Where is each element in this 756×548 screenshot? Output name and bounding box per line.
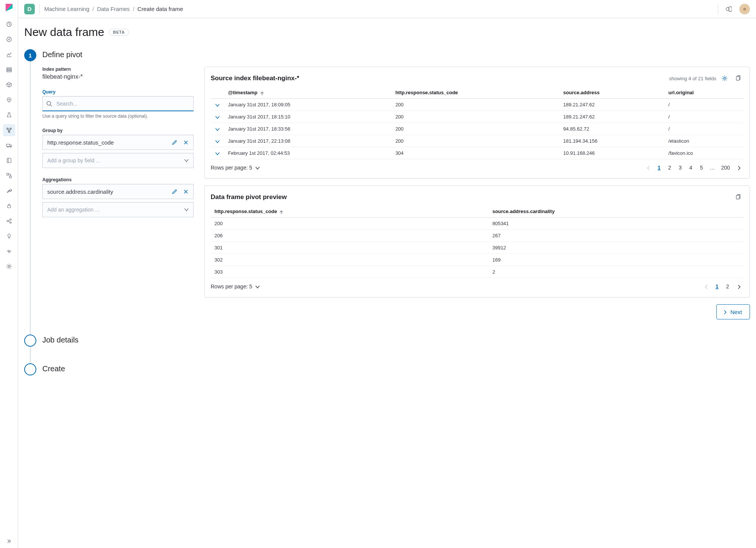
page-button[interactable]: 2 (723, 282, 732, 291)
page-button[interactable]: 200 (719, 163, 732, 172)
expand-row-button[interactable] (214, 126, 220, 132)
expand-row-button[interactable] (214, 114, 220, 120)
cell-address: 94.85.62.72 (559, 123, 664, 135)
expand-row-button[interactable] (214, 102, 220, 107)
expand-row-button[interactable] (214, 151, 220, 156)
cell-timestamp: February 1st 2017, 02:44:53 (224, 147, 391, 159)
cell-timestamp: January 31st 2017, 18:33:56 (224, 123, 391, 135)
nav-devtools-icon[interactable] (3, 185, 15, 197)
cell-timestamp: January 31st 2017, 18:09:05 (224, 99, 391, 111)
remove-group-by-button[interactable] (181, 138, 190, 147)
nav-management-icon[interactable] (3, 260, 15, 272)
nav-uptime-icon[interactable] (3, 230, 15, 242)
user-avatar[interactable]: e (739, 4, 750, 14)
page-button[interactable]: 4 (686, 163, 695, 172)
query-label: Query (42, 89, 194, 95)
breadcrumb-item[interactable]: Machine Learning (44, 6, 89, 12)
nav-recent-icon[interactable] (3, 18, 15, 30)
cell-address: 10.91.168.246 (559, 147, 664, 159)
index-pattern-label: Index pattern (42, 67, 194, 72)
cell-status: 200 (391, 135, 559, 147)
cell-code: 206 (211, 230, 489, 242)
cell-card: 169 (489, 254, 744, 266)
nav-logs-icon[interactable] (3, 154, 15, 167)
query-input[interactable] (42, 96, 194, 111)
nav-visualize-icon[interactable] (3, 48, 15, 61)
col-preview-code[interactable]: http.response.status_code (211, 206, 489, 218)
nav-pipeline-icon[interactable] (3, 170, 15, 182)
table-row: 303 2 (211, 266, 744, 278)
newsfeed-icon[interactable] (723, 4, 734, 14)
col-status[interactable]: http.response.status_code (391, 87, 559, 99)
group-by-label: Group by (42, 128, 194, 133)
kibana-logo-icon[interactable] (5, 3, 14, 12)
cell-url: /elasticon (664, 135, 744, 147)
nav-monitoring-icon[interactable] (3, 245, 15, 257)
fields-settings-button[interactable] (719, 73, 730, 84)
aggregation-value: source.address.cardinality (47, 188, 170, 195)
page-button[interactable]: 5 (697, 163, 706, 172)
breadcrumb-current: Create data frame (137, 6, 183, 12)
page-button[interactable]: 3 (676, 163, 685, 172)
source-rows-per-page[interactable]: Rows per page: 5 (211, 165, 260, 171)
page-button[interactable]: 1 (713, 282, 722, 291)
page-title: New data frame (24, 26, 104, 39)
remove-aggregation-button[interactable] (181, 187, 190, 196)
next-page-button[interactable] (734, 282, 744, 291)
copy-preview-button[interactable] (733, 192, 744, 202)
cell-code: 200 (211, 218, 489, 230)
expand-row-button[interactable] (214, 139, 220, 144)
breadcrumb-item[interactable]: Data Frames (97, 6, 130, 12)
nav-maps-icon[interactable] (3, 94, 15, 106)
col-preview-card[interactable]: source.address.cardinality (489, 206, 744, 218)
next-page-button[interactable] (734, 163, 744, 172)
edit-group-by-button[interactable] (170, 138, 179, 147)
nav-ml-icon[interactable] (3, 124, 15, 136)
cell-status: 200 (391, 99, 559, 111)
nav-canvas-icon[interactable] (3, 79, 15, 91)
cell-url: / (664, 123, 744, 135)
table-row: January 31st 2017, 18:09:05 200 189.21.2… (211, 99, 744, 111)
nav-graph-icon[interactable] (3, 215, 15, 227)
breadcrumb: Machine Learning / Data Frames / Create … (44, 6, 183, 12)
nav-collapse-icon[interactable] (3, 534, 15, 546)
table-row: 302 169 (211, 254, 744, 266)
step-title-job-details: Job details (42, 335, 750, 344)
preview-pagination: 12 (701, 282, 744, 291)
copy-source-button[interactable] (733, 73, 744, 84)
prev-page-button[interactable] (701, 282, 711, 291)
space-selector[interactable]: D (24, 4, 35, 14)
cell-card: 267 (489, 230, 744, 242)
nav-security-icon[interactable] (3, 200, 15, 212)
page-header: D Machine Learning / Data Frames / Creat… (18, 0, 756, 18)
cell-code: 303 (211, 266, 489, 278)
col-url[interactable]: url.original (664, 87, 744, 99)
preview-panel-title: Data frame pivot preview (211, 193, 287, 201)
preview-rows-per-page[interactable]: Rows per page: 5 (211, 283, 260, 290)
chevron-down-icon (183, 157, 189, 163)
aggregations-label: Aggregations (42, 177, 194, 182)
table-row: February 1st 2017, 02:44:53 304 10.91.16… (211, 147, 744, 159)
aggregation-pill: source.address.cardinality (42, 184, 194, 199)
add-group-by-select[interactable]: Add a group by field ... (42, 153, 194, 168)
next-button[interactable]: Next (716, 304, 750, 319)
edit-aggregation-button[interactable] (170, 187, 179, 196)
add-aggregation-select[interactable]: Add an aggregation ... (42, 202, 194, 217)
cell-url: /favicon.ico (664, 147, 744, 159)
step-title-create: Create (42, 363, 750, 373)
col-address[interactable]: source.address (559, 87, 664, 99)
page-button[interactable]: 1 (655, 163, 664, 172)
nav-infra-icon[interactable] (3, 139, 15, 151)
nav-discover-icon[interactable] (3, 33, 15, 45)
preview-panel: Data frame pivot preview http.response.s… (204, 185, 750, 297)
col-timestamp[interactable]: @timestamp (224, 87, 391, 99)
source-table: @timestamp http.response.status_code sou… (211, 87, 744, 159)
group-by-value: http.response.status_code (47, 139, 170, 146)
page-button[interactable]: 2 (665, 163, 674, 172)
prev-page-button[interactable] (643, 163, 653, 172)
nav-labs-icon[interactable] (3, 109, 15, 121)
cell-timestamp: January 31st 2017, 22:13:08 (224, 135, 391, 147)
breadcrumb-sep: / (133, 6, 134, 12)
sort-asc-icon (259, 91, 264, 95)
nav-dashboard-icon[interactable] (3, 64, 15, 76)
